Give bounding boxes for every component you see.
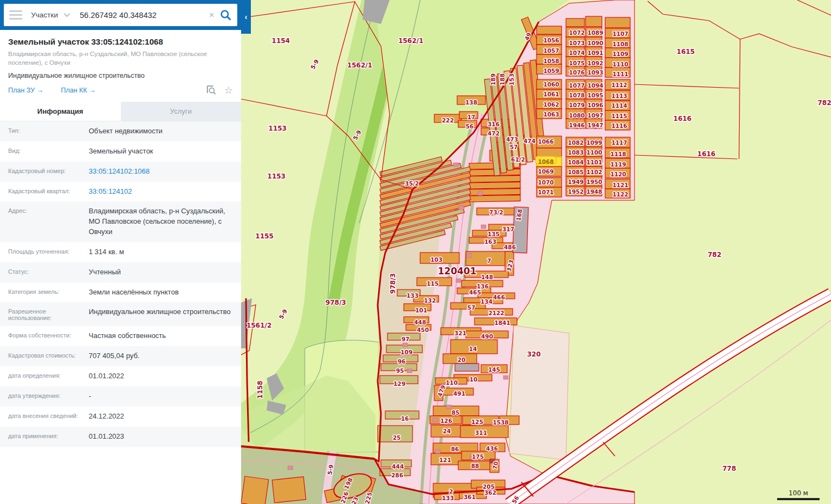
map-parcel-label: 1947 bbox=[587, 122, 603, 128]
map-parcel-label: 1110 bbox=[612, 61, 628, 67]
map-parcel-label: 70 bbox=[491, 461, 499, 470]
search-input[interactable] bbox=[80, 11, 204, 20]
map-parcel-label: 1121 bbox=[612, 182, 628, 188]
map-building bbox=[433, 418, 438, 422]
map-parcel-label: 132 bbox=[424, 297, 436, 304]
map-parcel-label: 1107 bbox=[612, 30, 628, 37]
map-parcel-label: 121 bbox=[439, 457, 451, 463]
map-parcel[interactable] bbox=[455, 364, 479, 371]
clear-search-icon[interactable]: × bbox=[204, 10, 220, 21]
map-parcel-label: 1079 bbox=[569, 102, 584, 108]
map-parcel-label: 2 bbox=[449, 488, 453, 495]
map-parcel[interactable] bbox=[469, 182, 520, 189]
parcel-usage: Индивидуальное жилищное строительство bbox=[8, 72, 233, 79]
map-parcel[interactable] bbox=[537, 148, 562, 157]
map-parcel-label: 1950 bbox=[586, 179, 602, 185]
map-parcel-label: 101 bbox=[415, 307, 427, 314]
map-parcel-label: 1112 bbox=[611, 82, 627, 88]
tab-services[interactable]: Услуги bbox=[121, 102, 242, 121]
map-parcel-label: 1072 bbox=[569, 29, 584, 36]
info-row-value: 707 405,04 руб. bbox=[89, 351, 233, 361]
search-icon[interactable] bbox=[220, 9, 232, 21]
info-row: Кадастровый квартал:33:05:124102 bbox=[0, 182, 241, 202]
map-parcel[interactable] bbox=[469, 188, 520, 195]
info-row-label: Статус: bbox=[8, 267, 89, 278]
map-parcel-label: 148 bbox=[481, 274, 493, 280]
map-parcel-label: 95 bbox=[396, 367, 404, 374]
info-row-value-link[interactable]: 33:05:124102:1068 bbox=[89, 167, 233, 177]
map-parcel-label: 24 bbox=[443, 428, 451, 434]
info-row-value: Земли населённых пунктов bbox=[89, 287, 233, 298]
info-row-label: Форма собственности: bbox=[8, 331, 89, 341]
map-parcel-label: 189 bbox=[490, 73, 496, 85]
map-field-label: 1153 bbox=[267, 173, 285, 180]
map-parcel-label: 1119 bbox=[610, 161, 626, 168]
map-building bbox=[446, 405, 451, 409]
map-parcel-label: 1538 bbox=[493, 419, 508, 426]
info-row-label: дата применения: bbox=[8, 432, 89, 442]
app-root: { "search": { "category": "Участки", "qu… bbox=[0, 0, 831, 504]
map-parcel[interactable] bbox=[605, 17, 630, 28]
sidebar-collapse-button[interactable]: ‹ bbox=[241, 0, 251, 34]
info-row-value-link[interactable]: 33:05:124102 bbox=[89, 187, 233, 197]
search-category-dropdown[interactable]: Участки bbox=[31, 11, 70, 19]
info-row-value: 1 314 кв. м bbox=[89, 247, 233, 257]
map-building bbox=[459, 206, 464, 210]
map-parcel-label: 85 bbox=[452, 409, 460, 416]
map-building bbox=[453, 163, 458, 167]
map-field-label: 1616 bbox=[697, 150, 715, 158]
map-parcel-label: 1074 bbox=[569, 50, 584, 56]
map-parcel-label: 1096 bbox=[587, 102, 603, 108]
map-parcel[interactable] bbox=[586, 16, 602, 27]
map-parcel-label: 1056 bbox=[543, 37, 559, 44]
sidebar: Участки × Земельный участок 33:05:124102… bbox=[0, 0, 241, 504]
info-row-value: Индивидуальное жилищное строительство bbox=[89, 307, 233, 321]
map-parcel[interactable] bbox=[241, 476, 269, 504]
cadastral-map[interactable]: 11541562/11562/1115311531155978/3978/315… bbox=[241, 0, 831, 504]
map-parcel-label: 317 bbox=[502, 226, 514, 232]
map-parcel[interactable] bbox=[537, 26, 562, 34]
map-field-label: 1154 bbox=[272, 37, 290, 45]
map-parcel-label: 17 bbox=[467, 114, 476, 120]
map-field-label: 978/3 bbox=[325, 299, 346, 306]
map-parcel-label: 35/2 bbox=[405, 180, 419, 187]
map-parcel-label: 1076 bbox=[569, 69, 584, 76]
map-parcel-label: 135 bbox=[488, 231, 500, 237]
map-parcel[interactable] bbox=[469, 175, 520, 182]
document-search-icon[interactable] bbox=[206, 85, 217, 95]
map-parcel-label: 1122 bbox=[612, 191, 628, 198]
menu-icon[interactable] bbox=[9, 10, 22, 20]
plan-links-row: План ЗУ → План КК → ☆ bbox=[8, 85, 233, 95]
map-parcel-label: 153 bbox=[508, 73, 515, 85]
plan-kk-link[interactable]: План КК → bbox=[61, 87, 96, 94]
map-parcel-label: 1109 bbox=[612, 51, 628, 57]
map-parcel-label: 1101 bbox=[586, 159, 602, 165]
tab-information[interactable]: Информация bbox=[0, 102, 121, 121]
map-parcel-label: 1075 bbox=[569, 60, 584, 66]
info-row-label: Тип: bbox=[8, 126, 89, 137]
info-row-label: дата определения: bbox=[8, 371, 89, 382]
map-building bbox=[407, 369, 412, 373]
map-parcel-label: 133 bbox=[442, 495, 454, 501]
map-parcel-label: 1063 bbox=[543, 111, 559, 118]
map-parcel-label: 1116 bbox=[611, 122, 627, 129]
favorite-star-icon[interactable]: ☆ bbox=[224, 85, 233, 95]
map-area[interactable]: 11541562/11562/1115311531155978/3978/315… bbox=[241, 0, 831, 504]
map-parcel-label: 1113 bbox=[611, 93, 627, 99]
map-parcel[interactable] bbox=[566, 19, 584, 27]
map-parcel-label: 1100 bbox=[586, 149, 602, 156]
map-parcel-label: 1060 bbox=[543, 81, 559, 88]
search-result-card: Земельный участок 33:05:124102:1068 Влад… bbox=[0, 30, 241, 100]
map-parcel[interactable] bbox=[272, 477, 306, 503]
info-row: дата применения:01.01.2023 bbox=[0, 427, 241, 447]
map-parcel-label: 126 bbox=[440, 417, 452, 424]
map-building bbox=[478, 192, 483, 195]
map-building bbox=[456, 279, 461, 282]
map-parcel[interactable] bbox=[469, 195, 520, 202]
plan-zu-link[interactable]: План ЗУ → bbox=[8, 87, 44, 94]
map-parcel-label: 1057 bbox=[543, 47, 559, 54]
parcel-title: Земельный участок 33:05:124102:1068 bbox=[8, 37, 233, 46]
map-parcel-label: 129 bbox=[393, 380, 405, 387]
map-parcel-label: 1059 bbox=[543, 67, 559, 74]
map-parcel-label: 125 bbox=[471, 419, 483, 425]
